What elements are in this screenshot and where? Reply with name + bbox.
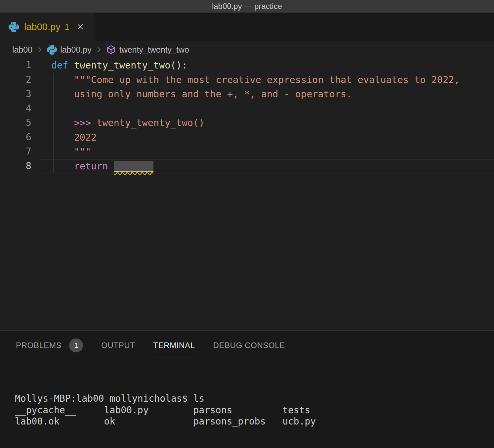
line-number: 4: [0, 102, 40, 116]
terminal-output: Mollys-MBP:lab00 mollynicholas$ ls__pyca…: [15, 393, 494, 427]
code-text: return _______: [40, 159, 494, 174]
python-icon: [47, 45, 57, 55]
python-icon: [9, 22, 19, 32]
breadcrumb-file-label: lab00.py: [60, 45, 92, 55]
chevron-right-icon: [36, 46, 44, 54]
code-line-8[interactable]: 8 return _______: [0, 159, 494, 174]
code-lines: 1def twenty_twenty_two():2 """Come up wi…: [0, 58, 494, 173]
line-number: 7: [0, 145, 40, 159]
panel-tab-label: TERMINAL: [153, 341, 195, 350]
blank-placeholder: _______: [114, 161, 153, 172]
panel-tab-output[interactable]: OUTPUT: [101, 341, 135, 350]
close-icon[interactable]: [76, 22, 85, 31]
line-number: 5: [0, 116, 40, 130]
code-text: 2022: [40, 130, 494, 145]
breadcrumb-folder[interactable]: lab00: [12, 45, 32, 55]
breadcrumb-folder-label: lab00: [12, 45, 32, 55]
panel-tab-label: DEBUG CONSOLE: [213, 341, 285, 350]
code-line-7[interactable]: 7 """: [0, 145, 494, 159]
code-text: def twenty_twenty_two():: [40, 58, 494, 73]
line-number: 2: [0, 73, 40, 87]
terminal-line: Mollys-MBP:lab00 mollynicholas$ ls: [15, 393, 494, 405]
terminal[interactable]: Mollys-MBP:lab00 mollynicholas$ ls__pyca…: [0, 360, 494, 448]
code-text: """Come up with the most creative expres…: [40, 73, 494, 87]
symbol-method-cube-icon: [106, 45, 116, 55]
indent-guide: [53, 73, 54, 174]
window-titlebar: lab00.py — practice: [0, 0, 494, 13]
breadcrumb-symbol-label: twenty_twenty_two: [119, 45, 189, 55]
code-line-3[interactable]: 3 using only numbers and the +, *, and -…: [0, 87, 494, 102]
terminal-line: __pycache__ lab00.py parsons tests: [15, 405, 494, 416]
bottom-panel: PROBLEMS1OUTPUTTERMINALDEBUG CONSOLE Mol…: [0, 330, 494, 448]
breadcrumb-symbol[interactable]: twenty_twenty_two: [106, 45, 189, 55]
panel-tab-terminal[interactable]: TERMINAL: [153, 341, 195, 350]
code-text: """: [40, 145, 494, 159]
panel-tab-bar: PROBLEMS1OUTPUTTERMINALDEBUG CONSOLE: [0, 331, 494, 360]
tab-problem-count: 1: [65, 22, 69, 32]
tab-filename: lab00.py: [24, 22, 61, 32]
line-number: 3: [0, 87, 40, 102]
line-number: 6: [0, 130, 40, 145]
tab-lab00-py[interactable]: lab00.py 1: [0, 13, 95, 41]
window-title: lab00.py — practice: [212, 2, 282, 11]
code-text: [40, 102, 494, 116]
line-number: 8: [0, 159, 40, 174]
code-line-6[interactable]: 6 2022: [0, 130, 494, 145]
code-line-2[interactable]: 2 """Come up with the most creative expr…: [0, 73, 494, 87]
chevron-right-icon: [95, 46, 103, 54]
problems-count-badge: 1: [69, 338, 83, 352]
code-line-4[interactable]: 4: [0, 102, 494, 116]
code-text: using only numbers and the +, *, and - o…: [40, 87, 494, 102]
editor-tab-bar: lab00.py 1: [0, 13, 494, 41]
code-editor[interactable]: 1def twenty_twenty_two():2 """Come up wi…: [0, 58, 494, 330]
breadcrumb-file[interactable]: lab00.py: [47, 45, 92, 55]
panel-tab-debug-console[interactable]: DEBUG CONSOLE: [213, 341, 285, 350]
code-text: >>> twenty_twenty_two(): [40, 116, 494, 130]
panel-tab-label: OUTPUT: [101, 341, 135, 350]
line-number: 1: [0, 58, 40, 73]
terminal-line: lab00.ok ok parsons_probs ucb.py: [15, 416, 494, 427]
panel-tab-problems[interactable]: PROBLEMS1: [16, 338, 83, 352]
breadcrumb: lab00 lab00.py twenty_twenty_two: [0, 41, 494, 58]
code-line-5[interactable]: 5 >>> twenty_twenty_two(): [0, 116, 494, 130]
code-line-1[interactable]: 1def twenty_twenty_two():: [0, 58, 494, 73]
panel-tab-label: PROBLEMS: [16, 341, 62, 350]
